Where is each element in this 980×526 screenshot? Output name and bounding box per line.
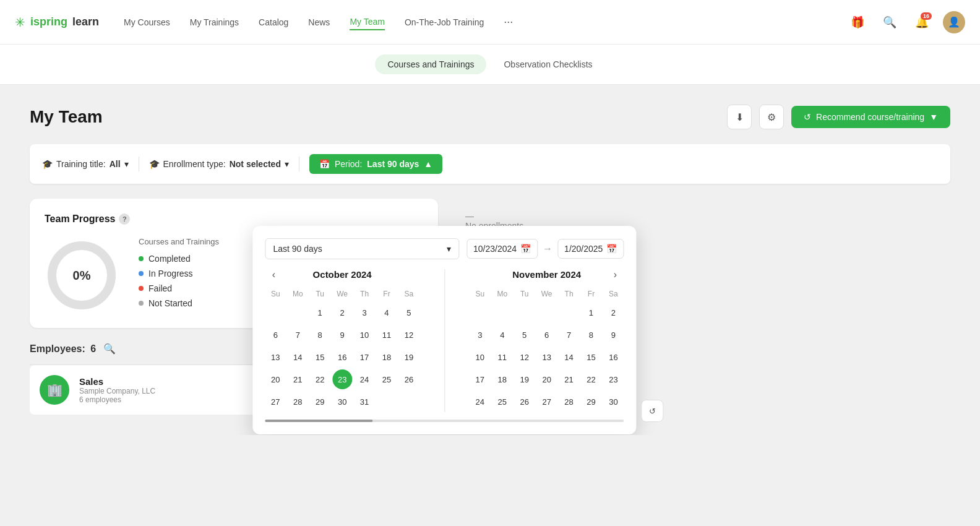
oct-day-10[interactable]: 10 <box>355 325 374 345</box>
period-select[interactable]: Last 90 days ▾ <box>265 238 459 259</box>
oct-day-21[interactable]: 21 <box>288 369 307 389</box>
nav-catalog[interactable]: Catalog <box>259 15 288 30</box>
nav-news[interactable]: News <box>308 15 330 30</box>
prev-month-button[interactable]: ‹ <box>265 266 282 283</box>
filter-separator-1 <box>139 157 139 171</box>
nov-day-7[interactable]: 7 <box>559 325 579 345</box>
nov-day-27[interactable]: 27 <box>537 392 557 412</box>
logo[interactable]: ✳ ispring learn <box>15 15 99 30</box>
info-icon[interactable]: ? <box>119 213 130 225</box>
nov-day-30[interactable]: 30 <box>603 392 623 412</box>
nov-day-10[interactable]: 10 <box>470 347 490 367</box>
oct-day-8[interactable]: 8 <box>310 325 330 345</box>
search-icon[interactable]: 🔍 <box>879 11 901 33</box>
oct-day-5[interactable]: 5 <box>399 303 419 322</box>
nov-day-3[interactable]: 3 <box>470 325 490 345</box>
nov-day-1[interactable]: 1 <box>581 303 601 322</box>
gift-icon[interactable]: 🎁 <box>846 11 869 33</box>
oct-day-27[interactable]: 27 <box>265 392 285 412</box>
nov-day-19[interactable]: 19 <box>515 369 535 389</box>
nav-more-icon[interactable]: ··· <box>504 15 513 28</box>
oct-day-14[interactable]: 14 <box>288 347 307 367</box>
nov-day-13[interactable]: 13 <box>537 347 557 367</box>
nav-my-courses[interactable]: My Courses <box>124 15 170 30</box>
nov-day-16[interactable]: 16 <box>603 347 623 367</box>
filter-icon: 🎓 <box>42 159 53 169</box>
calendar-icon: 📅 <box>319 159 330 169</box>
next-month-button[interactable]: › <box>606 266 624 283</box>
nov-day-4[interactable]: 4 <box>492 325 512 345</box>
oct-day-30[interactable]: 30 <box>332 392 352 412</box>
nov-day-11[interactable]: 11 <box>492 347 512 367</box>
date-from-input[interactable]: 10/23/2024 📅 <box>466 239 538 259</box>
oct-day-25[interactable]: 25 <box>377 369 397 389</box>
nov-day-21[interactable]: 21 <box>559 369 579 389</box>
oct-day-24[interactable]: 24 <box>355 369 374 389</box>
date-range-arrow: → <box>543 243 552 254</box>
oct-day-9[interactable]: 9 <box>332 325 352 345</box>
nov-day-17[interactable]: 17 <box>470 369 490 389</box>
oct-day-7[interactable]: 7 <box>288 325 307 345</box>
employees-search-button[interactable]: 🔍 <box>103 343 116 355</box>
recommend-chevron-icon: ▼ <box>929 112 938 122</box>
nov-day-5[interactable]: 5 <box>515 325 535 345</box>
oct-day-2[interactable]: 2 <box>332 303 352 322</box>
oct-day-1[interactable]: 1 <box>310 303 330 322</box>
oct-day-31[interactable]: 31 <box>355 392 374 412</box>
nov-day-28[interactable]: 28 <box>559 392 579 412</box>
avatar[interactable]: 👤 <box>943 11 965 33</box>
nov-day-12[interactable]: 12 <box>515 347 535 367</box>
oct-day-19[interactable]: 19 <box>399 347 419 367</box>
nov-fri-header: Fr <box>581 287 602 301</box>
october-header: ‹ October 2024 <box>265 269 419 280</box>
enrollment-type-filter[interactable]: 🎓 Enrollment type: Not selected ▾ <box>149 155 289 173</box>
nov-day-14[interactable]: 14 <box>559 347 579 367</box>
training-title-filter[interactable]: 🎓 Training title: All ▾ <box>42 155 129 173</box>
oct-day-13[interactable]: 13 <box>265 347 285 367</box>
oct-day-22[interactable]: 22 <box>310 369 330 389</box>
nov-day-26[interactable]: 26 <box>515 392 535 412</box>
oct-day-12[interactable]: 12 <box>399 325 419 345</box>
download-button[interactable]: ⬇ <box>727 105 752 129</box>
nav-my-trainings[interactable]: My Trainings <box>190 15 239 30</box>
nov-day-24[interactable]: 24 <box>470 392 490 412</box>
nov-day-22[interactable]: 22 <box>581 369 601 389</box>
sub-nav-observation-checklists[interactable]: Observation Checklists <box>491 54 604 74</box>
nov-day-9[interactable]: 9 <box>603 325 623 345</box>
nov-day-6[interactable]: 6 <box>537 325 557 345</box>
settings-button[interactable]: ⚙ <box>759 105 784 129</box>
calendar-scrollbar[interactable] <box>265 420 624 422</box>
oct-day-16[interactable]: 16 <box>332 347 352 367</box>
oct-day-4[interactable]: 4 <box>377 303 397 322</box>
nov-day-25[interactable]: 25 <box>492 392 512 412</box>
oct-day-15[interactable]: 15 <box>310 347 330 367</box>
nav-on-the-job[interactable]: On-The-Job Training <box>405 15 484 30</box>
date-to-input[interactable]: 1/20/2025 📅 <box>557 239 624 259</box>
oct-day-18[interactable]: 18 <box>377 347 397 367</box>
oct-day-3[interactable]: 3 <box>355 303 374 322</box>
nov-day-29[interactable]: 29 <box>581 392 601 412</box>
oct-day-23[interactable]: 23 <box>332 369 352 389</box>
oct-day-11[interactable]: 11 <box>377 325 397 345</box>
period-select-value: Last 90 days <box>273 244 322 254</box>
oct-day-20[interactable]: 20 <box>265 369 285 389</box>
oct-day-28[interactable]: 28 <box>288 392 307 412</box>
notifications-icon[interactable]: 🔔 16 <box>911 11 933 33</box>
period-filter[interactable]: 📅 Period: Last 90 days ▲ <box>309 154 442 174</box>
nov-day-8[interactable]: 8 <box>581 325 601 345</box>
nov-day-15[interactable]: 15 <box>581 347 601 367</box>
oct-day-17[interactable]: 17 <box>355 347 374 367</box>
recommend-button[interactable]: ↺ Recommend course/training ▼ <box>791 106 950 128</box>
failed-label: Failed <box>148 283 172 293</box>
nov-day-23[interactable]: 23 <box>603 369 623 389</box>
oct-day-6[interactable]: 6 <box>265 325 285 345</box>
oct-day-29[interactable]: 29 <box>310 392 330 412</box>
oct-day-26[interactable]: 26 <box>399 369 419 389</box>
nov-day-2[interactable]: 2 <box>603 303 623 322</box>
refresh-button[interactable]: ↺ <box>641 400 663 422</box>
nav-my-team[interactable]: My Team <box>350 14 385 30</box>
nov-day-18[interactable]: 18 <box>492 369 512 389</box>
nov-day-20[interactable]: 20 <box>537 369 557 389</box>
enrollment-type-chevron-icon: ▾ <box>285 159 289 169</box>
sub-nav-courses-trainings[interactable]: Courses and Trainings <box>375 54 486 74</box>
